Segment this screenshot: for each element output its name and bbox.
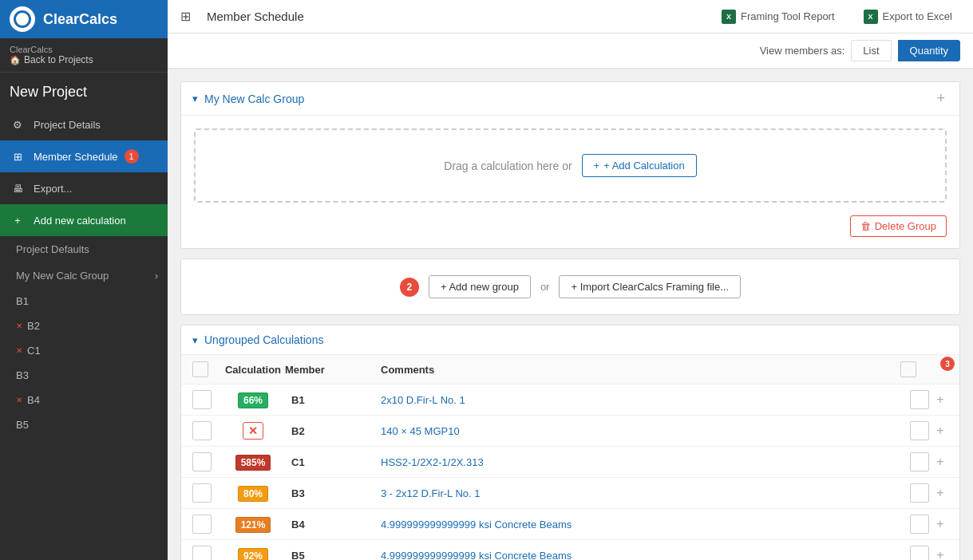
sidebar-header: ClearCalcs [0, 0, 168, 38]
row-add-b4[interactable]: + [932, 517, 948, 531]
status-b2: ✕ [243, 422, 263, 440]
status-badge-b1: 66% [221, 394, 285, 406]
sidebar-calc-b1[interactable]: B1 [0, 289, 168, 314]
status-badge-c1: 585% [221, 456, 285, 468]
sidebar-item-export[interactable]: 🖶 Export... [0, 172, 168, 204]
table-row: ✕ B2 140 × 45 MGP10 + [181, 416, 959, 447]
sidebar-calc-b2[interactable]: ✕ B2 [0, 314, 168, 338]
sidebar-item-member-schedule[interactable]: ⊞ Member Schedule 1 [0, 140, 168, 172]
desc-b3[interactable]: 3 - 2x12 D.Fir-L No. 1 [381, 487, 900, 499]
export-excel-label: Export to Excel [883, 10, 952, 22]
row-checkbox-b1[interactable] [910, 390, 929, 409]
delete-group-button[interactable]: 🗑 Delete Group [850, 215, 947, 237]
table-row: 80% B3 3 - 2x12 D.Fir-L No. 1 + [181, 478, 959, 509]
import-framing-button[interactable]: + Import ClearCalcs Framing file... [559, 275, 741, 298]
member-b1[interactable]: B1 [285, 394, 381, 406]
member-b2[interactable]: B2 [285, 425, 381, 437]
member-b4[interactable]: B4 [285, 519, 381, 530]
sidebar-calc-b5-label: B5 [16, 419, 29, 431]
or-text: or [540, 281, 550, 293]
row-add-b2[interactable]: + [932, 424, 948, 438]
sidebar-calc-b5[interactable]: B5 [0, 412, 168, 437]
member-c1[interactable]: C1 [285, 456, 381, 468]
logo-inner [14, 10, 31, 28]
add-calc-btn-label: + Add Calculation [603, 160, 685, 172]
check-all-header [192, 361, 221, 377]
table-row: 92% B5 4.999999999999999 ksi Concrete Be… [181, 540, 959, 560]
step-badge-2: 2 [400, 278, 419, 297]
topbar-title: Member Schedule [207, 10, 304, 23]
row-actions-c1: + [900, 452, 948, 471]
status-c1: 585% [235, 455, 271, 471]
table-row: 121% B4 4.999999999999999 ksi Concrete B… [181, 509, 959, 540]
row-check-b4[interactable] [192, 515, 221, 534]
desc-b1[interactable]: 2x10 D.Fir-L No. 1 [381, 394, 900, 406]
list-view-button[interactable]: List [851, 40, 891, 61]
member-b3[interactable]: B3 [285, 487, 381, 499]
desc-b2[interactable]: 140 × 45 MGP10 [381, 425, 900, 437]
col-member-header: Member [285, 364, 381, 376]
excel-icon-export: X [864, 10, 878, 24]
row-check-b3[interactable] [192, 483, 221, 503]
row-actions-b3: + [900, 483, 948, 503]
error-icon-b4: ✕ [16, 396, 22, 404]
sidebar-calc-b4[interactable]: ✕ B4 [0, 388, 168, 412]
desc-b4[interactable]: 4.999999999999999 ksi Concrete Beams [381, 519, 900, 530]
main-area: ⊞ Member Schedule X Framing Tool Report … [168, 0, 973, 560]
quantity-view-button[interactable]: Quantity [898, 40, 960, 61]
col-actions-header: 3 [900, 361, 948, 377]
row-actions-b4: + [900, 515, 948, 534]
row-check-b1[interactable] [192, 390, 221, 409]
back-to-projects[interactable]: ClearCalcs Back to Projects [0, 38, 168, 73]
back-link-text: Back to Projects [10, 54, 158, 65]
status-badge-b4: 121% [221, 519, 285, 530]
desc-b5[interactable]: 4.999999999999999 ksi Concrete Beams [381, 550, 900, 561]
row-add-b5[interactable]: + [932, 548, 948, 560]
import-label: + Import ClearCalcs Framing file... [571, 281, 729, 293]
row-checkbox-b5[interactable] [910, 546, 929, 560]
error-icon-b2: ✕ [16, 321, 22, 330]
add-calc-label: Add new calculation [34, 215, 126, 227]
sidebar-item-my-new-calc-group[interactable]: My New Calc Group › [0, 262, 168, 289]
chevron-down-icon[interactable]: ▾ [192, 93, 198, 105]
desc-c1[interactable]: HSS2-1/2X2-1/2X.313 [381, 456, 900, 468]
add-group-section: 2 + Add new group or + Import ClearCalcs… [180, 258, 960, 315]
add-new-group-button[interactable]: + Add new group [429, 275, 531, 298]
row-checkbox-c1[interactable] [910, 452, 929, 471]
row-checkbox-b3[interactable] [910, 483, 929, 503]
project-defaults-label: Project Defaults [16, 243, 89, 255]
row-check-b2[interactable] [192, 421, 221, 440]
ungrouped-section: ▾ Ungrouped Calculations Calculation Mem… [180, 325, 960, 560]
add-to-group-button[interactable]: + [933, 90, 948, 107]
status-badge-b5: 92% [221, 550, 285, 561]
check-all-box[interactable] [192, 361, 208, 377]
ungrouped-chevron-icon[interactable]: ▾ [192, 334, 198, 346]
add-calc-plus-icon: + [594, 160, 600, 172]
status-badge-b2: ✕ [221, 424, 285, 437]
row-check-c1[interactable] [192, 452, 221, 471]
row-checkbox-b2[interactable] [910, 421, 929, 440]
gear-icon: ⚙ [10, 116, 26, 132]
sidebar-calc-c1[interactable]: ✕ C1 [0, 338, 168, 363]
status-b1: 66% [238, 392, 268, 408]
framing-tool-report-button[interactable]: X Framing Tool Report [714, 6, 843, 28]
row-checkbox-b4[interactable] [910, 515, 929, 534]
sidebar-item-project-details[interactable]: ⚙ Project Details [0, 108, 168, 140]
export-to-excel-button[interactable]: X Export to Excel [856, 6, 960, 28]
sidebar-item-project-defaults[interactable]: Project Defaults [0, 236, 168, 262]
delete-group-label: Delete Group [875, 220, 936, 232]
sidebar-calc-b2-label: B2 [27, 320, 40, 332]
add-calculation-button[interactable]: + + Add Calculation [582, 154, 697, 177]
project-name: New Project [0, 73, 168, 108]
excel-icon-framing: X [722, 10, 736, 24]
col-action-check[interactable] [900, 361, 916, 377]
row-check-b5[interactable] [192, 546, 221, 560]
row-add-b1[interactable]: + [932, 392, 948, 407]
row-add-b3[interactable]: + [932, 486, 948, 500]
row-add-c1[interactable]: + [932, 455, 948, 469]
status-b3: 80% [238, 486, 268, 502]
sidebar-calc-b3[interactable]: B3 [0, 363, 168, 388]
member-b5[interactable]: B5 [285, 550, 381, 561]
add-new-calculation-button[interactable]: + Add new calculation [0, 204, 168, 236]
grid-icon: ⊞ [10, 148, 26, 164]
